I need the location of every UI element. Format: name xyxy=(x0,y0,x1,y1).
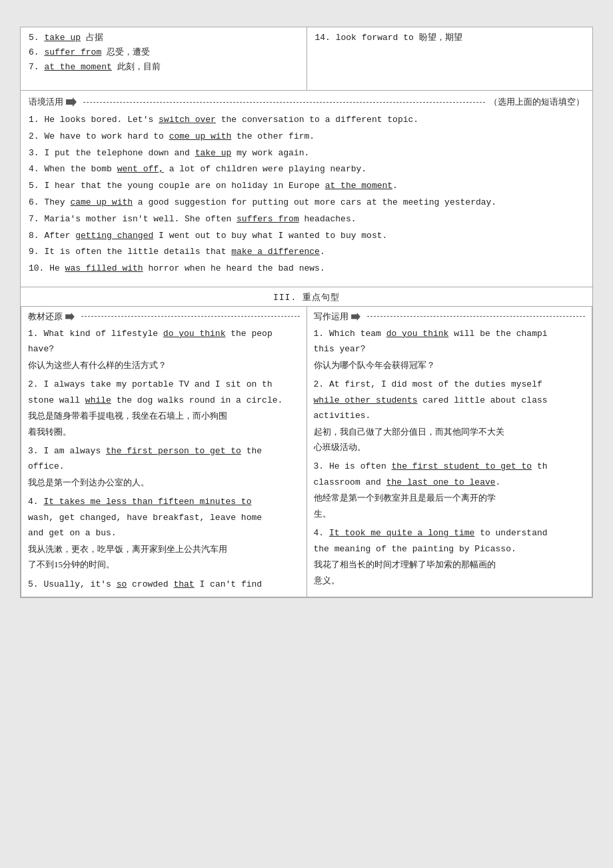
sp-zh: 我总是第一个到达办公室的人。 xyxy=(28,475,300,489)
underline: switch over xyxy=(159,115,216,125)
sp-en: 4. It took me quite a long time to under… xyxy=(314,526,586,540)
underline: take up xyxy=(195,148,232,158)
sp-en: 2. I always take my portable TV and I si… xyxy=(28,377,300,391)
vocab-item-5: 5. take up 占据 xyxy=(29,31,299,43)
sp-en-cont: have? xyxy=(28,342,300,356)
sp-en: 4. It takes me less than fifteen minutes… xyxy=(28,495,300,509)
sp-left-item-5: 5. Usually, it's so crowded that I can't… xyxy=(28,577,300,591)
list-item: 6. They came up with a good suggestion f… xyxy=(29,196,584,210)
underline: suffers from xyxy=(237,214,299,224)
underline: at the moment xyxy=(325,181,392,191)
sp-right-header: 写作运用 xyxy=(314,311,586,323)
sp-en-cont: stone wall while the dog walks round in … xyxy=(28,393,300,407)
underline: the last one to leave xyxy=(386,477,496,487)
sp-right-item-1: 1. Which team do you think will be the c… xyxy=(314,327,586,372)
underline: It took me quite a long time xyxy=(329,528,474,538)
vocab-item-14: 14. look forward to 盼望，期望 xyxy=(315,31,585,43)
sp-zh: 你认为这些人有什么样的生活方式？ xyxy=(28,358,300,372)
sp-left-content: 教材还原 1. What kind of lifestyle do you th… xyxy=(21,307,306,597)
vocab-item-7: 7. at the moment 此刻，目前 xyxy=(29,61,299,73)
list-item: 3. I put the telephone down and take up … xyxy=(29,147,584,161)
sp-zh-cont: 了不到15分钟的时间。 xyxy=(28,557,300,571)
vocab-right-col: 14. look forward to 盼望，期望 xyxy=(306,27,592,90)
lang-use-label: 语境活用 xyxy=(29,96,63,108)
sp-left-header-label: 教材还原 xyxy=(28,311,63,323)
arrow-icon xyxy=(66,97,77,107)
section-iii-label: III. 重点句型 xyxy=(273,293,340,303)
vocab-meaning-lookforwardto: 盼望，期望 xyxy=(419,33,462,43)
underline: do you think xyxy=(386,329,449,339)
sp-right-item-3: 3. He is often the first student to get … xyxy=(314,459,586,521)
list-item: 9. It is often the little details that m… xyxy=(29,245,584,259)
list-item: 7. Maria's mother isn't well. She often … xyxy=(29,213,584,227)
section-iii-title: III. 重点句型 xyxy=(21,287,592,306)
sp-left-item-2: 2. I always take my portable TV and I si… xyxy=(28,377,300,439)
vocab-num: 6. xyxy=(29,47,44,57)
list-item: 5. I hear that the young couple are on h… xyxy=(29,179,584,193)
vocab-meaning-atthemoment: 此刻，目前 xyxy=(117,62,161,72)
lang-use-section: 语境活用 （选用上面的短语填空） 1. He looks bored. Let'… xyxy=(21,90,592,287)
sp-zh: 我总是随身带着手提电视，我坐在石墙上，而小狗围 xyxy=(28,409,300,423)
sp-left-item-4: 4. It takes me less than fifteen minutes… xyxy=(28,495,300,571)
underline: come up with xyxy=(169,131,232,141)
sp-left-item-3: 3. I am always the first person to get t… xyxy=(28,444,300,489)
sp-zh: 我花了相当长的时间才理解了毕加索的那幅画的 xyxy=(314,557,586,571)
vocab-meaning-takeup: 占据 xyxy=(86,33,103,43)
underline: that xyxy=(173,579,194,589)
sp-zh-cont: 着我转圈。 xyxy=(28,425,300,439)
sp-right-cell: 写作运用 1. Which team do you think will be … xyxy=(306,306,592,597)
underline: went off, xyxy=(117,164,164,174)
vocab-meaning-sufferfrom: 忍受，遭受 xyxy=(107,47,150,57)
sp-en: 3. I am always the first person to get t… xyxy=(28,444,300,458)
list-item: 8. After getting changed I went out to b… xyxy=(29,229,584,243)
sp-en-cont: wash, get changed, have breakfast, leave… xyxy=(28,511,300,525)
underline: the first student to get to xyxy=(392,461,532,471)
svg-marker-2 xyxy=(351,313,360,321)
sp-left-header: 教材还原 xyxy=(28,311,300,323)
sp-en-cont: office. xyxy=(28,459,300,473)
list-item: 10. He was filled with horror when he he… xyxy=(29,262,584,276)
sp-right-items: 1. Which team do you think will be the c… xyxy=(314,327,586,587)
sp-zh-cont: 生。 xyxy=(314,507,586,521)
vocab-num: 14. xyxy=(315,33,336,43)
sp-zh-cont: 意义。 xyxy=(314,573,586,587)
list-item: 2. We have to work hard to come up with … xyxy=(29,130,584,144)
sp-en-cont2: and get on a bus. xyxy=(28,526,300,540)
sp-en-cont: this year? xyxy=(314,342,586,356)
underline: while other students xyxy=(314,395,418,405)
sp-zh: 我从洗漱，更衣，吃早饭，离开家到坐上公共汽车用 xyxy=(28,542,300,556)
underline: getting changed xyxy=(75,231,153,241)
sp-en-cont: the meaning of the painting by Picasso. xyxy=(314,542,586,556)
lang-use-header: 语境活用 （选用上面的短语填空） xyxy=(29,96,584,108)
sp-en-cont: classroom and the last one to leave. xyxy=(314,475,586,489)
svg-marker-0 xyxy=(66,97,77,107)
sp-left-item-1: 1. What kind of lifestyle do you think t… xyxy=(28,327,300,372)
sp-left-cell: 教材还原 1. What kind of lifestyle do you th… xyxy=(21,306,307,597)
sp-right-arrow-icon xyxy=(350,313,361,321)
underline: so xyxy=(117,579,127,589)
vocab-table: 5. take up 占据 6. suffer from 忍受，遭受 7. at… xyxy=(21,27,592,90)
vocab-phrase-atthemoment: at the moment xyxy=(44,62,111,72)
sp-en: 5. Usually, it's so crowded that I can't… xyxy=(28,577,300,591)
vocab-item-6: 6. suffer from 忍受，遭受 xyxy=(29,46,299,58)
underline: the first person to get to xyxy=(106,446,241,456)
sp-en-cont: while other students cared little about … xyxy=(314,393,586,407)
underline: was filled with xyxy=(65,263,143,273)
lang-use-instruction: （选用上面的短语填空） xyxy=(489,96,584,108)
sp-zh: 你认为哪个队今年会获得冠军？ xyxy=(314,358,586,372)
sentence-pattern-table: 教材还原 1. What kind of lifestyle do you th… xyxy=(21,306,592,597)
sp-left-arrow-icon xyxy=(65,313,75,321)
vocab-num: 5. xyxy=(29,33,44,43)
svg-marker-1 xyxy=(65,313,75,321)
vocab-num: 7. xyxy=(29,62,44,72)
sp-left-dashes xyxy=(81,316,300,317)
sentence-list: 1. He looks bored. Let's switch over the… xyxy=(29,113,584,276)
page-container: 5. take up 占据 6. suffer from 忍受，遭受 7. at… xyxy=(20,27,593,598)
sp-zh: 他经常是第一个到教室并且是最后一个离开的学 xyxy=(314,491,586,505)
sp-right-item-2: 2. At first, I did most of the duties my… xyxy=(314,377,586,454)
vocab-phrase-sufferfrom: suffer from xyxy=(44,47,101,57)
underline: make a difference xyxy=(231,247,320,257)
underline: while xyxy=(85,395,111,405)
sp-zh-cont: 心班级活动。 xyxy=(314,440,586,454)
vocab-left-col: 5. take up 占据 6. suffer from 忍受，遭受 7. at… xyxy=(21,27,306,90)
